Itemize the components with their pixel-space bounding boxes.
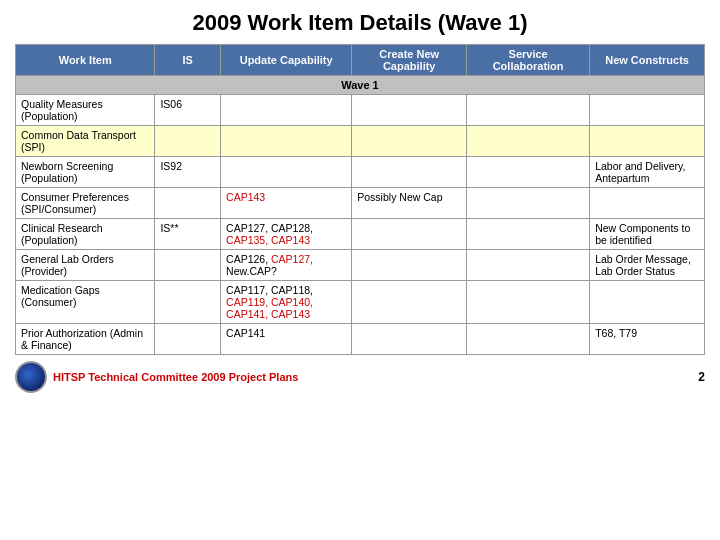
cell-newconstructs: Labor and Delivery, Antepartum	[590, 157, 705, 188]
table-row: Medication Gaps (Consumer)CAP117, CAP118…	[16, 281, 705, 324]
cell-service	[467, 157, 590, 188]
footer: HITSP Technical Committee 2009 Project P…	[15, 361, 705, 393]
cell-workitem: Medication Gaps (Consumer)	[16, 281, 155, 324]
cell-service	[467, 188, 590, 219]
cell-update: CAP126, CAP127, New.CAP?	[221, 250, 352, 281]
cell-newconstructs	[590, 281, 705, 324]
cell-createnew	[352, 219, 467, 250]
table-row: Common Data Transport (SPI)	[16, 126, 705, 157]
cell-is	[155, 126, 221, 157]
cell-newconstructs	[590, 126, 705, 157]
cell-createnew	[352, 95, 467, 126]
cell-is	[155, 281, 221, 324]
col-header-workitem: Work Item	[16, 45, 155, 76]
cell-createnew	[352, 281, 467, 324]
cell-workitem: Quality Measures (Population)	[16, 95, 155, 126]
footer-text: HITSP Technical Committee 2009 Project P…	[53, 371, 298, 383]
cell-service	[467, 324, 590, 355]
cell-workitem: Consumer Preferences (SPI/Consumer)	[16, 188, 155, 219]
cell-is	[155, 188, 221, 219]
cell-is	[155, 324, 221, 355]
cell-is: IS92	[155, 157, 221, 188]
cell-workitem: Prior Authorization (Admin & Finance)	[16, 324, 155, 355]
cell-newconstructs: New Components to be identified	[590, 219, 705, 250]
cell-workitem: Clinical Research (Population)	[16, 219, 155, 250]
table-row: Quality Measures (Population)IS06	[16, 95, 705, 126]
cell-createnew: Possibly New Cap	[352, 188, 467, 219]
cell-is: IS**	[155, 219, 221, 250]
cell-update	[221, 157, 352, 188]
cell-is	[155, 250, 221, 281]
cell-update: CAP143	[221, 188, 352, 219]
cell-update: CAP127, CAP128, CAP135, CAP143	[221, 219, 352, 250]
logo-icon	[15, 361, 47, 393]
cell-createnew	[352, 250, 467, 281]
cell-workitem: General Lab Orders (Provider)	[16, 250, 155, 281]
cell-is: IS06	[155, 95, 221, 126]
cell-service	[467, 126, 590, 157]
table-row: Consumer Preferences (SPI/Consumer)CAP14…	[16, 188, 705, 219]
cell-newconstructs: Lab Order Message, Lab Order Status	[590, 250, 705, 281]
cell-workitem: Common Data Transport (SPI)	[16, 126, 155, 157]
cell-createnew	[352, 126, 467, 157]
work-item-table: Work Item IS Update Capability Create Ne…	[15, 44, 705, 355]
cell-newconstructs	[590, 188, 705, 219]
cell-service	[467, 219, 590, 250]
col-header-is: IS	[155, 45, 221, 76]
col-header-newconstructs: New Constructs	[590, 45, 705, 76]
cell-newconstructs	[590, 95, 705, 126]
cell-createnew	[352, 157, 467, 188]
cell-service	[467, 250, 590, 281]
table-row: General Lab Orders (Provider)CAP126, CAP…	[16, 250, 705, 281]
cell-newconstructs: T68, T79	[590, 324, 705, 355]
page-title: 2009 Work Item Details (Wave 1)	[15, 10, 705, 36]
wave-label-row: Wave 1	[16, 76, 705, 95]
footer-page-number: 2	[698, 370, 705, 384]
cell-createnew	[352, 324, 467, 355]
cell-update: CAP117, CAP118, CAP119, CAP140, CAP141, …	[221, 281, 352, 324]
table-header-row: Work Item IS Update Capability Create Ne…	[16, 45, 705, 76]
table-row: Newborn Screening (Population)IS92Labor …	[16, 157, 705, 188]
footer-logo-area: HITSP Technical Committee 2009 Project P…	[15, 361, 298, 393]
cell-service	[467, 281, 590, 324]
cell-workitem: Newborn Screening (Population)	[16, 157, 155, 188]
col-header-createnew: Create New Capability	[352, 45, 467, 76]
table-row: Clinical Research (Population)IS**CAP127…	[16, 219, 705, 250]
cell-update	[221, 95, 352, 126]
table-row: Prior Authorization (Admin & Finance)CAP…	[16, 324, 705, 355]
col-header-update: Update Capability	[221, 45, 352, 76]
col-header-service: Service Collaboration	[467, 45, 590, 76]
cell-update	[221, 126, 352, 157]
cell-service	[467, 95, 590, 126]
cell-update: CAP141	[221, 324, 352, 355]
